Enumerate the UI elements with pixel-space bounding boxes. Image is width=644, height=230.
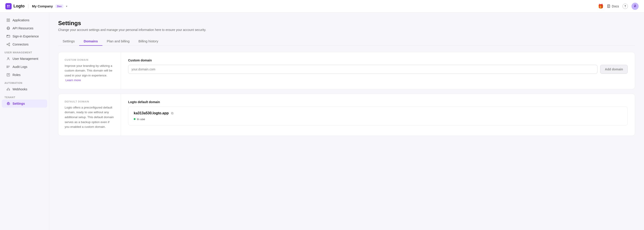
svg-rect-3 [9, 6, 10, 8]
sidebar-item-roles-label: Roles [12, 73, 20, 77]
logo-text: Logto [14, 4, 24, 9]
sidebar-item-user-management-label: User Management [12, 57, 38, 61]
svg-point-33 [9, 89, 10, 90]
default-domain-field-label: Logto default domain [128, 100, 628, 104]
svg-point-24 [8, 58, 9, 59]
status-row: In use [134, 118, 622, 121]
copy-icon[interactable]: ⧉ [171, 111, 174, 115]
status-dot [134, 118, 136, 120]
default-domain-description: Logto offers a preconfigured default dom… [64, 105, 114, 129]
svg-rect-11 [8, 20, 10, 22]
help-icon[interactable]: ? [622, 4, 628, 9]
page-title: Settings [58, 20, 635, 27]
tab-domains[interactable]: Domains [79, 37, 102, 46]
svg-point-19 [7, 44, 8, 45]
default-domain-box: ka313a530.logto.app ⧉ In use [128, 106, 628, 126]
svg-rect-1 [9, 5, 10, 6]
topbar: Logto My Company Dev ▾ 🎁 Docs ? Й [0, 0, 644, 13]
sidebar-item-connectors-label: Connectors [12, 43, 28, 46]
sidebar-item-applications-label: Applications [12, 18, 30, 22]
sidebar-item-webhooks-label: Webhooks [12, 87, 27, 91]
sidebar-item-roles[interactable]: Roles [2, 71, 47, 79]
svg-rect-10 [7, 20, 8, 22]
topbar-divider [28, 4, 28, 9]
logo-icon [5, 3, 12, 10]
tenant-dropdown-chevron[interactable]: ▾ [66, 5, 67, 8]
sidebar-item-webhooks[interactable]: Webhooks [2, 85, 47, 93]
custom-domain-card-right: Custom domain Add domain [121, 52, 635, 89]
svg-line-22 [8, 44, 9, 44]
custom-domain-card: Custom Domain Improve your branding by u… [58, 52, 635, 89]
custom-domain-field-label: Custom domain [128, 59, 628, 62]
svg-rect-2 [7, 6, 8, 8]
custom-domain-description: Improve your branding by utilizing a cus… [64, 63, 114, 83]
tab-settings[interactable]: Settings [58, 37, 79, 46]
avatar[interactable]: Й [632, 3, 639, 10]
learn-more-link[interactable]: Learn more [66, 78, 81, 82]
sidebar-item-user-management[interactable]: User Management [2, 55, 47, 63]
dev-badge[interactable]: Dev [56, 5, 63, 8]
tab-billing-history[interactable]: Billing history [134, 37, 162, 46]
sidebar-item-connectors[interactable]: Connectors [2, 40, 47, 48]
svg-rect-8 [7, 19, 8, 20]
svg-rect-0 [7, 5, 8, 6]
topbar-left: Logto My Company Dev ▾ [5, 3, 67, 10]
custom-domain-input-row: Add domain [128, 65, 628, 74]
default-domain-card-left: Default Domain Logto offers a preconfigu… [58, 94, 121, 136]
layout: Applications API Resources Sign-in Exper… [0, 13, 644, 230]
svg-point-21 [9, 45, 10, 46]
sidebar-item-api-resources-label: API Resources [12, 27, 33, 30]
svg-rect-9 [8, 19, 10, 20]
default-domain-card-right: Logto default domain ka313a530.logto.app… [121, 94, 635, 136]
default-domain-section-label: Default Domain [64, 100, 114, 103]
svg-point-17 [7, 35, 8, 36]
topbar-right: 🎁 Docs ? Й [598, 3, 639, 10]
sidebar-item-settings[interactable]: Settings [2, 99, 47, 107]
main-content: Settings Change your account settings an… [49, 13, 644, 230]
docs-label: Docs [612, 5, 619, 8]
sidebar-item-api-resources[interactable]: API Resources [2, 24, 47, 32]
custom-domain-input[interactable] [128, 65, 598, 74]
add-domain-button[interactable]: Add domain [600, 65, 628, 74]
svg-line-23 [8, 45, 9, 45]
custom-domain-section-label: Custom Domain [64, 59, 114, 61]
tenant-name: My Company [32, 4, 53, 8]
tab-plan-billing[interactable]: Plan and billing [102, 37, 134, 46]
settings-tabs: Settings Domains Plan and billing Billin… [58, 37, 635, 46]
sidebar-item-applications[interactable]: Applications [2, 16, 47, 24]
sidebar-item-settings-label: Settings [12, 102, 25, 105]
domain-value-row: ka313a530.logto.app ⧉ [134, 111, 622, 115]
sidebar-section-tenant: Tenant [0, 93, 49, 99]
sidebar: Applications API Resources Sign-in Exper… [0, 13, 49, 230]
page-subtitle: Change your account settings and manage … [58, 28, 635, 32]
sidebar-section-automation: Automation [0, 79, 49, 85]
default-domain-card: Default Domain Logto offers a preconfigu… [58, 94, 635, 136]
sidebar-item-audit-logs-label: Audit Logs [12, 65, 27, 69]
svg-point-18 [8, 35, 8, 36]
gift-icon[interactable]: 🎁 [598, 4, 604, 9]
domain-value: ka313a530.logto.app [134, 111, 169, 115]
custom-domain-card-left: Custom Domain Improve your branding by u… [58, 52, 121, 89]
sidebar-item-sign-in-experience-label: Sign-in Experience [12, 35, 39, 38]
svg-point-20 [9, 43, 10, 44]
status-text: In use [137, 118, 145, 121]
sidebar-section-user-management: User Management [0, 48, 49, 55]
docs-button[interactable]: Docs [607, 5, 619, 8]
sidebar-item-sign-in-experience[interactable]: Sign-in Experience [2, 32, 47, 40]
sidebar-item-audit-logs[interactable]: Audit Logs [2, 63, 47, 71]
svg-point-35 [8, 103, 9, 104]
svg-point-32 [7, 89, 8, 90]
logo[interactable]: Logto [5, 3, 24, 10]
